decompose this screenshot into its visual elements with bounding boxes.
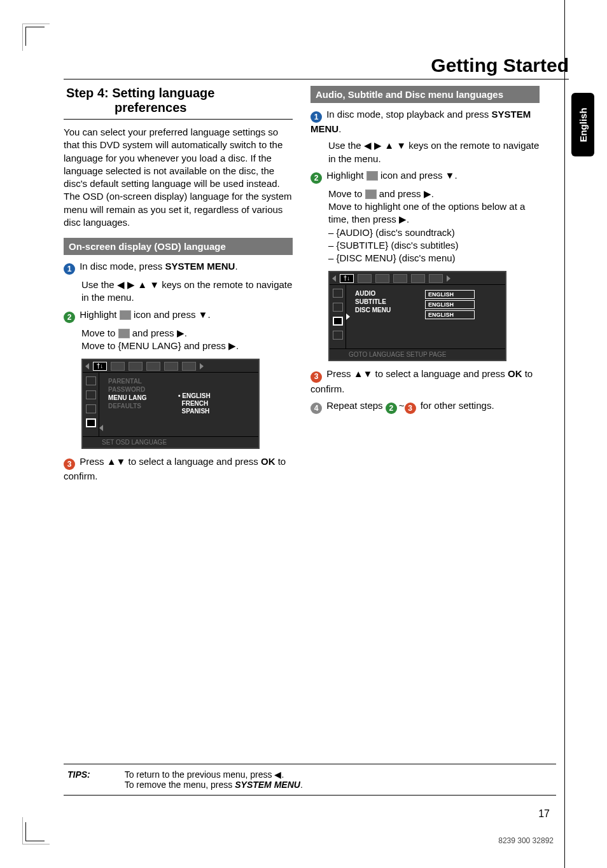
language-active-icon: [333, 317, 343, 326]
audio-menu-items: AUDIO SUBTITLE DISC MENU: [351, 285, 421, 348]
audio-s2-sub2: Move to highlight one of the options bel…: [328, 200, 540, 226]
tips-line1: To return to the previous menu, press ◀.: [125, 769, 284, 780]
audio-side-icons: [330, 285, 346, 348]
osd-tab-icon: [164, 362, 178, 371]
tips-label: TIPS:: [67, 769, 90, 780]
prev-tab-icon: [332, 275, 336, 282]
osd-menu-items: PARENTAL PASSWORD MENU LANG DEFAULTS: [104, 373, 174, 436]
page-title: Getting Started: [431, 55, 569, 76]
audio-menu-value: ENGLISH: [425, 300, 475, 309]
osd-s1-a: In disc mode, press: [80, 261, 165, 272]
preferences-icon: [118, 329, 130, 338]
next-tab-icon: [447, 275, 450, 282]
tips-line2-a: To remove the menu, press: [125, 780, 235, 790]
audio-menu-tabs: †↓: [330, 272, 505, 285]
audio-s1-sub: Use the ◀ ▶ ▲ ▼ keys on the remote to na…: [328, 139, 540, 165]
step-number-1-icon: 1: [64, 263, 75, 275]
tips-box: TIPS: To return to the previous menu, pr…: [64, 764, 556, 796]
step4-heading-line1: Step 4: Setting language: [66, 86, 214, 100]
audio-option-item: {SUBTITLE} (disc's subtitles): [328, 239, 540, 252]
step4-intro: You can select your preferred language s…: [64, 126, 293, 229]
audio-tab-icon: [411, 274, 425, 283]
audio-s4-c: for other settings.: [418, 400, 494, 411]
step-number-3-icon: 3: [310, 371, 322, 383]
audio-s2-sub1: Move to and press ▶.: [328, 188, 540, 200]
settings-tab-icon: [366, 171, 378, 181]
preferences-icon: [333, 331, 343, 340]
audio-menu-values: ENGLISH ENGLISH ENGLISH: [421, 285, 505, 348]
step-number-2-icon: 2: [386, 403, 397, 414]
crop-mark-top-left: [25, 27, 45, 46]
audio-menu-screenshot: †↓ AUDIO: [328, 271, 506, 361]
osd-s1-sub: Use the ◀ ▶ ▲ ▼ keys on the remote to na…: [81, 279, 293, 305]
osd-s2-a: Highlight: [80, 309, 120, 320]
audio-menu-value: ENGLISH: [425, 290, 475, 299]
audio-option-item: {AUDIO} (disc's soundtrack): [328, 226, 540, 239]
osd-s2-sub1: Move to and press ▶.: [81, 327, 293, 340]
osd-menu-screenshot: †↓ PAREN: [81, 359, 260, 449]
osd-menu-item: DEFAULTS: [108, 403, 171, 410]
osd-s2-sub-b: and press ▶.: [130, 327, 187, 338]
step-number-2-icon: 2: [64, 312, 75, 323]
osd-tab-active-icon: †↓: [93, 362, 107, 371]
audio-step-2: 2 Highlight icon and press ▼.: [310, 169, 540, 184]
osd-step-3: 3 Press ▲▼ to select a language and pres…: [64, 455, 293, 483]
right-pointer-icon: [346, 313, 350, 320]
osd-s3-ok: OK: [261, 456, 276, 467]
subtitle-icon: [86, 404, 96, 413]
osd-menu-tabs: †↓: [83, 360, 258, 373]
prev-tab-icon: [85, 363, 89, 369]
next-tab-icon: [200, 363, 204, 369]
osd-side-icons: [83, 373, 99, 436]
osd-menu-item: PASSWORD: [108, 386, 171, 393]
audio-menu-value: ENGLISH: [425, 310, 475, 319]
osd-menu-option: SPANISH: [178, 408, 255, 415]
osd-menu-item: PARENTAL: [108, 378, 171, 385]
part-number: 8239 300 32892: [498, 836, 554, 845]
osd-tab-icon: [111, 362, 125, 371]
osd-banner: On-screen display (OSD) language: [64, 238, 293, 255]
audio-option-item: {DISC MENU} (disc's menu): [328, 252, 540, 265]
audio-s2-sub-b: and press ▶.: [377, 188, 434, 199]
osd-s2-sub2: Move to {MENU LANG} and press ▶.: [81, 340, 293, 352]
osd-menu-item-active: MENU LANG: [108, 394, 171, 401]
tips-line2-b: SYSTEM MENU: [235, 780, 300, 790]
osd-s2-b: icon and press ▼.: [131, 309, 211, 320]
audio-menu-item: SUBTITLE: [355, 298, 417, 305]
audio-s1-a: In disc mode, stop playback and press: [326, 109, 491, 120]
osd-menu-options: • ENGLISH FRENCH SPANISH: [174, 373, 258, 436]
audio-step-4: 4 Repeat steps 2~3 for other settings.: [310, 399, 540, 414]
audio-menu-item: DISC MENU: [355, 307, 417, 313]
audio-s4-b: ~: [399, 400, 405, 411]
language-tab-label: English: [578, 107, 589, 142]
osd-tab-icon: [129, 362, 143, 371]
osd-tab-icon: [182, 362, 196, 371]
step-number-3-icon: 3: [64, 458, 75, 470]
audio-tab-icon: [393, 274, 407, 283]
osd-step-1: 1 In disc mode, press SYSTEM MENU.: [64, 260, 293, 275]
audio-s1-c: .: [338, 123, 341, 134]
osd-menu-footer: SET OSD LANGUAGE: [83, 436, 258, 448]
tips-line2-c: .: [300, 780, 303, 790]
right-rule: [564, 0, 565, 868]
audio-step-3: 3 Press ▲▼ to select a language and pres…: [310, 368, 540, 395]
osd-step-2: 2 Highlight icon and press ▼.: [64, 308, 293, 323]
audio-icon: [333, 303, 343, 312]
osd-s1-b: SYSTEM MENU: [165, 261, 235, 272]
audio-tab-icon: [375, 274, 389, 283]
step-number-4-icon: 4: [310, 403, 322, 414]
audio-s2-a: Highlight: [326, 170, 366, 181]
language-setup-icon: [365, 189, 377, 199]
osd-s3-a: Press ▲▼ to select a language and press: [80, 456, 261, 467]
audio-s3-a: Press ▲▼ to select a language and press: [326, 368, 508, 379]
step-number-3-icon: 3: [405, 403, 416, 414]
settings-tab-icon: [120, 310, 131, 320]
language-tab: English: [571, 93, 594, 156]
step-number-2-icon: 2: [310, 172, 322, 184]
audio-menu-item: AUDIO: [355, 290, 417, 297]
audio-tab-icon: [429, 274, 443, 283]
crop-mark-bottom-left: [25, 822, 45, 841]
audio-menu-footer: GOTO LANGUAGE SETUP PAGE: [330, 348, 505, 360]
audio-tab-active-icon: †↓: [340, 274, 354, 283]
audio-icon: [86, 390, 96, 399]
